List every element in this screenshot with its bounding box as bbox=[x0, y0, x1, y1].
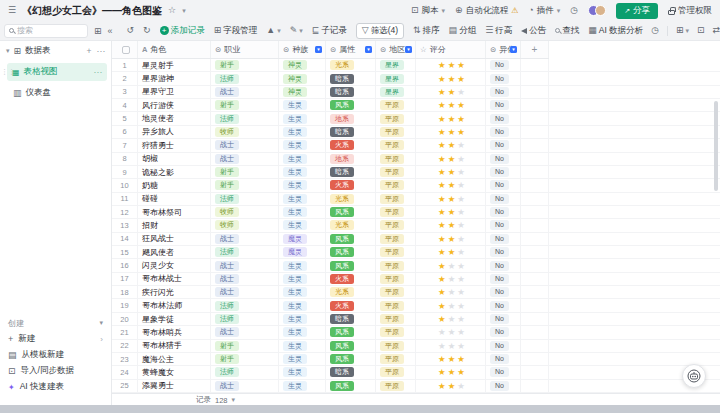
filter-active-badge[interactable]: ▼ bbox=[510, 46, 517, 53]
cell-region[interactable]: 平原 bbox=[376, 380, 416, 392]
cell-attribute[interactable]: 暗系 bbox=[326, 313, 376, 325]
field-manage-button[interactable]: ⊞字段管理 bbox=[214, 25, 258, 37]
cell-rating[interactable]: ★★★ bbox=[416, 193, 486, 205]
cell-empty[interactable] bbox=[521, 273, 549, 285]
cell-class[interactable]: 法师 bbox=[211, 246, 279, 258]
cell-class[interactable]: 法师 bbox=[211, 313, 279, 325]
row-number[interactable]: 25 bbox=[112, 380, 138, 392]
group-button[interactable]: ▤分组 bbox=[449, 25, 477, 37]
cell-class[interactable]: 法师 bbox=[211, 193, 279, 205]
vertical-scrollbar[interactable] bbox=[714, 101, 718, 191]
cell-empty[interactable] bbox=[521, 179, 549, 191]
table-row[interactable]: 19哥布林法师法师生灵火系平原★★★No bbox=[112, 299, 720, 312]
cell-name[interactable]: 狩猎勇士 bbox=[138, 139, 211, 151]
sub-record-button[interactable]: ⊑子记录 bbox=[312, 25, 347, 37]
cell-alienation[interactable]: No bbox=[486, 166, 521, 178]
cell-alienation[interactable]: No bbox=[486, 139, 521, 151]
row-number[interactable]: 8 bbox=[112, 153, 138, 165]
assistant-icon[interactable]: ⊡ bbox=[697, 26, 705, 35]
cell-region[interactable]: 平原 bbox=[376, 340, 416, 352]
row-number[interactable]: 5 bbox=[112, 112, 138, 124]
cell-race[interactable]: 生灵 bbox=[279, 179, 326, 191]
cell-alienation[interactable]: No bbox=[486, 313, 521, 325]
cell-rating[interactable]: ★★★ bbox=[416, 340, 486, 352]
table-row[interactable]: 18疾行闪光战士生灵光系平原★★★No bbox=[112, 286, 720, 299]
cell-empty[interactable] bbox=[521, 233, 549, 245]
cell-class[interactable]: 射手 bbox=[211, 353, 279, 365]
row-number[interactable]: 3 bbox=[112, 86, 138, 98]
create-item[interactable]: ✦AI 快速建表 bbox=[0, 379, 111, 395]
cell-race[interactable]: 生灵 bbox=[279, 273, 326, 285]
cell-region[interactable]: 平原 bbox=[376, 206, 416, 218]
cell-alienation[interactable]: No bbox=[486, 353, 521, 365]
share-button[interactable]: ↗分享 bbox=[616, 3, 658, 19]
cell-attribute[interactable]: 风系 bbox=[326, 380, 376, 392]
column-header-attr[interactable]: ⊙属性▼ bbox=[326, 41, 376, 58]
cell-class[interactable]: 战士 bbox=[211, 86, 279, 98]
cell-region[interactable]: 平原 bbox=[376, 313, 416, 325]
row-number[interactable]: 1 bbox=[112, 59, 138, 71]
cell-race[interactable]: 生灵 bbox=[279, 366, 326, 378]
cell-class[interactable]: 法师 bbox=[211, 112, 279, 124]
cell-region[interactable]: 平原 bbox=[376, 326, 416, 338]
cell-race[interactable]: 生灵 bbox=[279, 326, 326, 338]
row-number[interactable]: 20 bbox=[112, 313, 138, 325]
row-number[interactable]: 23 bbox=[112, 353, 138, 365]
search-input[interactable] bbox=[17, 26, 73, 35]
cell-alienation[interactable]: No bbox=[486, 273, 521, 285]
cell-alienation[interactable]: No bbox=[486, 219, 521, 231]
table-row[interactable]: 15飓风使者法师魔灵风系平原★★★No bbox=[112, 246, 720, 259]
cell-name[interactable]: 魔海公主 bbox=[138, 353, 211, 365]
plugin-menu[interactable]: ◔插件▾ bbox=[528, 5, 560, 17]
cell-name[interactable]: 奶糖 bbox=[138, 179, 211, 191]
cell-attribute[interactable]: 暗系 bbox=[326, 86, 376, 98]
cell-race[interactable]: 生灵 bbox=[279, 112, 326, 124]
table-row[interactable]: 9诡秘之影射手生灵暗系平原★★★No bbox=[112, 166, 720, 179]
sidebar-section-datatable[interactable]: ▾ ⊞ 数据表 +⋯ bbox=[0, 41, 111, 61]
cell-race[interactable]: 生灵 bbox=[279, 193, 326, 205]
cell-empty[interactable] bbox=[521, 219, 549, 231]
cell-race[interactable]: 生灵 bbox=[279, 259, 326, 271]
automation-menu[interactable]: ⊕自动化流程⚠ bbox=[455, 5, 518, 17]
cell-empty[interactable] bbox=[521, 193, 549, 205]
cell-attribute[interactable]: 暗系 bbox=[326, 126, 376, 138]
cell-rating[interactable]: ★★★ bbox=[416, 233, 486, 245]
column-header-name[interactable]: A角色 bbox=[138, 41, 211, 58]
cell-rating[interactable]: ★★★ bbox=[416, 380, 486, 392]
row-number[interactable]: 6 bbox=[112, 126, 138, 138]
cell-attribute[interactable]: 光系 bbox=[326, 59, 376, 71]
cell-class[interactable]: 射手 bbox=[211, 179, 279, 191]
drag-handle-icon[interactable]: ⋮⋮ bbox=[1, 68, 15, 76]
cell-attribute[interactable]: 地系 bbox=[326, 153, 376, 165]
cell-region[interactable]: 平原 bbox=[376, 126, 416, 138]
collapse-sidebar-icon[interactable]: « bbox=[108, 26, 113, 36]
record-count[interactable]: 记录 128 ▾ bbox=[196, 395, 235, 405]
cell-name[interactable]: 星界守卫 bbox=[138, 86, 211, 98]
add-view-icon[interactable]: + bbox=[87, 46, 92, 56]
cell-name[interactable]: 哥布林法师 bbox=[138, 299, 211, 311]
cell-name[interactable]: 狂风战士 bbox=[138, 233, 211, 245]
cell-rating[interactable]: ★★★ bbox=[416, 259, 486, 271]
cell-empty[interactable] bbox=[521, 166, 549, 178]
row-number[interactable]: 21 bbox=[112, 326, 138, 338]
cell-rating[interactable]: ★★★ bbox=[416, 273, 486, 285]
cell-race[interactable]: 生灵 bbox=[279, 126, 326, 138]
cell-rating[interactable]: ★★★ bbox=[416, 139, 486, 151]
ai-analysis-button[interactable]: ▦AI 数据分析 bbox=[588, 25, 643, 37]
cell-empty[interactable] bbox=[521, 313, 549, 325]
cell-name[interactable]: 哥布林祭司 bbox=[138, 206, 211, 218]
row-number[interactable]: 7 bbox=[112, 139, 138, 151]
table-row[interactable]: 25添翼勇士战士生灵风系平原★★★No bbox=[112, 380, 720, 393]
share-view-button[interactable]: ⇄分享视图 bbox=[713, 25, 720, 37]
row-number[interactable]: 17 bbox=[112, 273, 138, 285]
create-item[interactable]: ▤从模板新建 bbox=[0, 347, 111, 363]
cell-attribute[interactable]: 风系 bbox=[326, 246, 376, 258]
table-row[interactable]: 5地灵使者法师生灵地系平原★★★No bbox=[112, 112, 720, 125]
cell-empty[interactable] bbox=[521, 340, 549, 352]
filter-active-badge[interactable]: ▼ bbox=[405, 46, 412, 53]
cell-rating[interactable]: ★★★ bbox=[416, 126, 486, 138]
select-all-checkbox[interactable] bbox=[122, 46, 130, 54]
cell-region[interactable]: 平原 bbox=[376, 286, 416, 298]
table-row[interactable]: 4风行游侠射手生灵风系平原★★★No bbox=[112, 99, 720, 112]
collaborator-avatars[interactable] bbox=[588, 5, 606, 16]
